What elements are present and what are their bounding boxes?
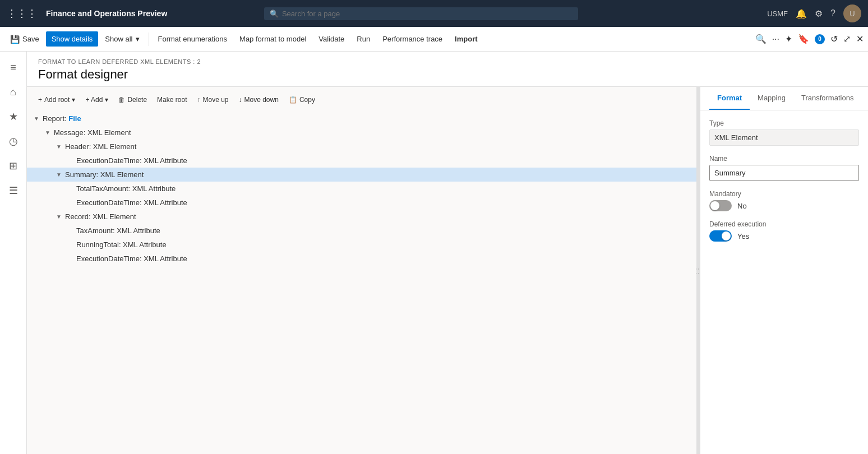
tree-node-message[interactable]: ▼ Message: XML Element — [27, 126, 696, 140]
mandatory-toggle[interactable] — [709, 200, 732, 211]
tree-toolbar: + Add root ▾ + Add ▾ 🗑 Delete Make root — [27, 94, 696, 112]
performance-trace-button[interactable]: Performance trace — [377, 31, 448, 47]
mandatory-toggle-row: No — [709, 200, 859, 211]
name-input[interactable] — [709, 165, 859, 181]
settings-icon[interactable]: ⚙ — [815, 8, 823, 19]
pin-icon[interactable]: ✦ — [785, 34, 792, 44]
save-button[interactable]: 💾 Save — [4, 31, 45, 47]
add-button[interactable]: + Add ▾ — [81, 94, 113, 106]
sidebar-item-home[interactable]: ⌂ — [2, 81, 25, 103]
tree-node-header[interactable]: ▼ Header: XML Element — [27, 140, 696, 154]
avatar[interactable]: U — [843, 4, 861, 22]
arrow-down-icon: ↓ — [239, 96, 242, 104]
save-icon: 💾 — [10, 35, 20, 44]
chevron-down-icon: ▾ — [72, 96, 75, 104]
deferred-execution-field-group: Deferred execution Yes — [709, 220, 859, 242]
sidebar-item-favorites[interactable]: ★ — [2, 105, 25, 128]
show-all-button[interactable]: Show all ▾ — [99, 31, 145, 47]
map-format-to-model-button[interactable]: Map format to model — [234, 31, 312, 47]
close-icon[interactable]: ✕ — [856, 34, 864, 44]
search-icon: 🔍 — [270, 10, 279, 18]
deferred-execution-toggle[interactable] — [709, 230, 732, 242]
node-label: Header: XML Element — [65, 142, 136, 151]
more-options-icon[interactable]: ··· — [772, 34, 779, 44]
mandatory-toggle-label: No — [737, 202, 747, 210]
expand-icon: ▼ — [56, 172, 65, 178]
search-bar[interactable]: 🔍 — [264, 7, 578, 20]
expand-icon: ▼ — [45, 129, 54, 136]
content-area: + Add root ▾ + Add ▾ 🗑 Delete Make root — [27, 87, 868, 454]
search-input[interactable] — [282, 10, 572, 18]
tree-node-summary[interactable]: ▼ Summary: XML Element — [27, 168, 696, 182]
plus-icon: + — [38, 96, 42, 104]
name-label: Name — [709, 155, 859, 163]
bookmark-icon[interactable]: 🔖 — [798, 34, 809, 44]
tree-node-record[interactable]: ▼ Record: XML Element — [27, 210, 696, 224]
sidebar-item-menu[interactable]: ≡ — [2, 56, 25, 78]
node-label: Summary: XML Element — [65, 170, 144, 179]
delete-button[interactable]: 🗑 Delete — [114, 94, 151, 106]
layout: ≡ ⌂ ★ ◷ ⊞ ☰ FORMAT TO LEARN DEFERRED XML… — [0, 52, 868, 454]
import-button[interactable]: Import — [449, 31, 483, 47]
notification-icon[interactable]: 🔔 — [796, 8, 807, 19]
search-toolbar-icon[interactable]: 🔍 — [755, 34, 767, 44]
type-field-group: Type XML Element — [709, 119, 859, 146]
nav-right: USMF 🔔 ⚙ ? U — [767, 4, 861, 22]
make-root-button[interactable]: Make root — [153, 94, 191, 106]
sidebar-item-modules[interactable]: ☰ — [2, 179, 25, 202]
node-type: File — [68, 114, 81, 123]
tree-node-executiondatetime2[interactable]: ExecutionDateTime: XML Attribute — [27, 196, 696, 210]
toolbar-separator-1 — [149, 33, 149, 46]
type-value: XML Element — [709, 129, 859, 146]
tree-node-executiondatetime1[interactable]: ExecutionDateTime: XML Attribute — [27, 154, 696, 168]
expand-icon: ▼ — [56, 143, 65, 150]
tree-node-report[interactable]: ▼ Report: File — [27, 112, 696, 126]
move-up-button[interactable]: ↑ Move up — [192, 94, 233, 106]
format-enumerations-button[interactable]: Format enumerations — [153, 31, 233, 47]
main-area: FORMAT TO LEARN DEFERRED XML ELEMENTS : … — [27, 52, 868, 454]
sidebar-item-workspaces[interactable]: ⊞ — [2, 155, 25, 177]
arrow-up-icon: ↑ — [197, 96, 200, 104]
tree-node-runningtotal[interactable]: RunningTotal: XML Attribute — [27, 238, 696, 252]
right-panel: Format Mapping Transformations Validatio… — [700, 87, 868, 454]
tab-transformations[interactable]: Transformations — [793, 87, 861, 110]
sidebar-item-recent[interactable]: ◷ — [2, 130, 25, 152]
tab-format[interactable]: Format — [709, 87, 750, 110]
tree-node-taxamount[interactable]: TaxAmount: XML Attribute — [27, 224, 696, 238]
app-grid-icon[interactable]: ⋮⋮⋮ — [7, 7, 37, 20]
node-label: Report: — [43, 114, 68, 123]
copy-button[interactable]: 📋 Copy — [284, 94, 320, 106]
tree-node-totaltaxamount[interactable]: TotalTaxAmount: XML Attribute — [27, 182, 696, 196]
panel-tabs: Format Mapping Transformations Validatio… — [700, 87, 868, 110]
expand-icon: ▼ — [56, 214, 65, 220]
toolbar: 💾 Save Show details Show all ▾ Format en… — [0, 27, 868, 52]
tab-mapping[interactable]: Mapping — [750, 87, 793, 110]
panel-content: Type XML Element Name Mandatory — [700, 110, 868, 454]
expand-icon: ▼ — [34, 115, 43, 122]
deferred-execution-toggle-thumb — [722, 231, 731, 240]
help-icon[interactable]: ? — [830, 8, 835, 18]
type-label: Type — [709, 119, 859, 127]
node-label: Message: XML Element — [54, 128, 131, 137]
open-new-tab-icon[interactable]: ⤢ — [843, 34, 851, 44]
page-title: Format designer — [38, 67, 857, 82]
deferred-execution-toggle-label: Yes — [737, 232, 749, 240]
tree-node-executiondatetime3[interactable]: ExecutionDateTime: XML Attribute — [27, 252, 696, 266]
tree-container: ▼ Report: File ▼ Message: XML Element — [27, 112, 696, 266]
show-details-button[interactable]: Show details — [46, 31, 99, 47]
run-button[interactable]: Run — [351, 31, 376, 47]
page-header: FORMAT TO LEARN DEFERRED XML ELEMENTS : … — [27, 52, 868, 87]
left-sidebar: ≡ ⌂ ★ ◷ ⊞ ☰ — [0, 52, 27, 454]
chevron-down-icon: ▾ — [136, 35, 140, 43]
validate-button[interactable]: Validate — [313, 31, 350, 47]
refresh-icon[interactable]: ↺ — [830, 34, 838, 44]
mandatory-field-group: Mandatory No — [709, 190, 859, 211]
add-root-button[interactable]: + Add root ▾ — [34, 94, 80, 106]
deferred-execution-label: Deferred execution — [709, 220, 859, 228]
copy-icon: 📋 — [289, 96, 297, 104]
deferred-execution-toggle-row: Yes — [709, 230, 859, 242]
move-down-button[interactable]: ↓ Move down — [234, 94, 283, 106]
avatar-initials: U — [849, 10, 855, 18]
name-field-group: Name — [709, 155, 859, 181]
tab-validations[interactable]: Validations — [861, 87, 868, 110]
